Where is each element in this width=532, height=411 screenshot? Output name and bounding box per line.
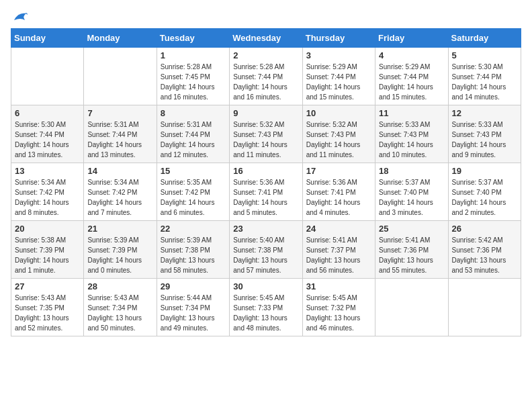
day-detail: Sunrise: 5:30 AMSunset: 7:44 PMDaylight:… — [15, 120, 80, 160]
calendar-cell: 5Sunrise: 5:30 AMSunset: 7:44 PMDaylight… — [448, 48, 521, 105]
day-number: 2 — [233, 50, 298, 60]
calendar-cell: 25Sunrise: 5:41 AMSunset: 7:36 PMDayligh… — [375, 221, 448, 279]
calendar-cell: 17Sunrise: 5:36 AMSunset: 7:41 PMDayligh… — [302, 163, 375, 221]
day-detail: Sunrise: 5:41 AMSunset: 7:36 PMDaylight:… — [379, 235, 444, 275]
calendar-week-row: 1Sunrise: 5:28 AMSunset: 7:45 PMDaylight… — [11, 48, 521, 105]
day-detail: Sunrise: 5:33 AMSunset: 7:43 PMDaylight:… — [452, 120, 517, 160]
day-detail: Sunrise: 5:29 AMSunset: 7:44 PMDaylight:… — [306, 62, 371, 102]
day-number: 21 — [87, 224, 152, 234]
calendar-cell: 1Sunrise: 5:28 AMSunset: 7:45 PMDaylight… — [157, 48, 229, 105]
day-detail: Sunrise: 5:29 AMSunset: 7:44 PMDaylight:… — [379, 62, 444, 102]
calendar-week-row: 6Sunrise: 5:30 AMSunset: 7:44 PMDaylight… — [11, 105, 521, 163]
day-detail: Sunrise: 5:36 AMSunset: 7:41 PMDaylight:… — [306, 177, 371, 218]
calendar-cell: 24Sunrise: 5:41 AMSunset: 7:37 PMDayligh… — [302, 221, 375, 279]
calendar-cell: 18Sunrise: 5:37 AMSunset: 7:40 PMDayligh… — [375, 163, 448, 221]
day-number: 27 — [15, 281, 80, 291]
day-detail: Sunrise: 5:39 AMSunset: 7:38 PMDaylight:… — [161, 235, 226, 275]
day-detail: Sunrise: 5:37 AMSunset: 7:40 PMDaylight:… — [379, 177, 444, 218]
page-header — [11, 11, 521, 20]
calendar-cell: 28Sunrise: 5:43 AMSunset: 7:34 PMDayligh… — [84, 279, 157, 336]
day-number: 1 — [161, 50, 226, 60]
day-number: 6 — [15, 108, 80, 118]
day-detail: Sunrise: 5:32 AMSunset: 7:43 PMDaylight:… — [306, 120, 371, 160]
calendar-cell: 9Sunrise: 5:32 AMSunset: 7:43 PMDaylight… — [230, 105, 302, 163]
day-detail: Sunrise: 5:38 AMSunset: 7:39 PMDaylight:… — [15, 235, 80, 275]
day-detail: Sunrise: 5:32 AMSunset: 7:43 PMDaylight:… — [233, 120, 298, 160]
day-detail: Sunrise: 5:45 AMSunset: 7:33 PMDaylight:… — [233, 293, 298, 333]
day-number: 8 — [161, 108, 226, 118]
calendar-cell: 29Sunrise: 5:44 AMSunset: 7:34 PMDayligh… — [157, 279, 229, 336]
day-detail: Sunrise: 5:30 AMSunset: 7:44 PMDaylight:… — [452, 62, 517, 102]
calendar-cell: 20Sunrise: 5:38 AMSunset: 7:39 PMDayligh… — [11, 221, 84, 279]
day-detail: Sunrise: 5:36 AMSunset: 7:41 PMDaylight:… — [233, 177, 298, 218]
calendar-cell — [11, 48, 84, 105]
day-number: 3 — [306, 50, 371, 60]
day-number: 17 — [306, 166, 371, 176]
day-detail: Sunrise: 5:37 AMSunset: 7:40 PMDaylight:… — [452, 177, 517, 218]
day-detail: Sunrise: 5:41 AMSunset: 7:37 PMDaylight:… — [306, 235, 371, 275]
day-number: 11 — [379, 108, 444, 118]
calendar-cell: 13Sunrise: 5:34 AMSunset: 7:42 PMDayligh… — [11, 163, 84, 221]
day-number: 30 — [233, 281, 298, 291]
day-number: 10 — [306, 108, 371, 118]
calendar-cell: 15Sunrise: 5:35 AMSunset: 7:42 PMDayligh… — [157, 163, 229, 221]
calendar-cell: 2Sunrise: 5:28 AMSunset: 7:44 PMDaylight… — [230, 48, 302, 105]
day-detail: Sunrise: 5:31 AMSunset: 7:44 PMDaylight:… — [161, 120, 226, 160]
day-number: 23 — [233, 224, 298, 234]
day-detail: Sunrise: 5:33 AMSunset: 7:43 PMDaylight:… — [379, 120, 444, 160]
calendar-day-header: Monday — [84, 29, 157, 48]
calendar-week-row: 20Sunrise: 5:38 AMSunset: 7:39 PMDayligh… — [11, 221, 521, 279]
calendar-cell: 14Sunrise: 5:34 AMSunset: 7:42 PMDayligh… — [84, 163, 157, 221]
calendar-cell — [84, 48, 157, 105]
day-number: 14 — [87, 166, 152, 176]
day-number: 4 — [379, 50, 444, 60]
calendar-cell: 7Sunrise: 5:31 AMSunset: 7:44 PMDaylight… — [84, 105, 157, 163]
calendar-cell: 3Sunrise: 5:29 AMSunset: 7:44 PMDaylight… — [302, 48, 375, 105]
day-number: 15 — [161, 166, 226, 176]
day-detail: Sunrise: 5:31 AMSunset: 7:44 PMDaylight:… — [87, 120, 152, 160]
calendar-cell: 12Sunrise: 5:33 AMSunset: 7:43 PMDayligh… — [448, 105, 521, 163]
day-number: 19 — [452, 166, 517, 176]
day-detail: Sunrise: 5:44 AMSunset: 7:34 PMDaylight:… — [161, 293, 226, 333]
calendar-cell: 16Sunrise: 5:36 AMSunset: 7:41 PMDayligh… — [230, 163, 302, 221]
day-detail: Sunrise: 5:28 AMSunset: 7:44 PMDaylight:… — [233, 62, 298, 102]
day-number: 5 — [452, 50, 517, 60]
calendar-day-header: Saturday — [448, 29, 521, 48]
calendar-table: SundayMondayTuesdayWednesdayThursdayFrid… — [11, 28, 521, 336]
day-detail: Sunrise: 5:45 AMSunset: 7:32 PMDaylight:… — [306, 293, 371, 333]
day-number: 26 — [452, 224, 517, 234]
day-number: 28 — [87, 281, 152, 291]
day-number: 29 — [161, 281, 226, 291]
day-number: 25 — [379, 224, 444, 234]
calendar-cell: 10Sunrise: 5:32 AMSunset: 7:43 PMDayligh… — [302, 105, 375, 163]
day-detail: Sunrise: 5:43 AMSunset: 7:34 PMDaylight:… — [87, 293, 152, 333]
day-number: 9 — [233, 108, 298, 118]
day-number: 18 — [379, 166, 444, 176]
day-number: 16 — [233, 166, 298, 176]
calendar-day-header: Thursday — [302, 29, 375, 48]
calendar-week-row: 13Sunrise: 5:34 AMSunset: 7:42 PMDayligh… — [11, 163, 521, 221]
day-detail: Sunrise: 5:42 AMSunset: 7:36 PMDaylight:… — [452, 235, 517, 275]
calendar-cell: 21Sunrise: 5:39 AMSunset: 7:39 PMDayligh… — [84, 221, 157, 279]
calendar-cell: 11Sunrise: 5:33 AMSunset: 7:43 PMDayligh… — [375, 105, 448, 163]
calendar-cell: 26Sunrise: 5:42 AMSunset: 7:36 PMDayligh… — [448, 221, 521, 279]
day-detail: Sunrise: 5:34 AMSunset: 7:42 PMDaylight:… — [87, 177, 152, 218]
day-number: 22 — [161, 224, 226, 234]
calendar-cell: 23Sunrise: 5:40 AMSunset: 7:38 PMDayligh… — [230, 221, 302, 279]
day-detail: Sunrise: 5:39 AMSunset: 7:39 PMDaylight:… — [87, 235, 152, 275]
day-number: 24 — [306, 224, 371, 234]
calendar-cell: 30Sunrise: 5:45 AMSunset: 7:33 PMDayligh… — [230, 279, 302, 336]
calendar-day-header: Friday — [375, 29, 448, 48]
day-detail: Sunrise: 5:43 AMSunset: 7:35 PMDaylight:… — [15, 293, 80, 333]
logo — [11, 11, 28, 20]
day-detail: Sunrise: 5:28 AMSunset: 7:45 PMDaylight:… — [161, 62, 226, 102]
day-number: 20 — [15, 224, 80, 234]
calendar-cell: 8Sunrise: 5:31 AMSunset: 7:44 PMDaylight… — [157, 105, 229, 163]
day-detail: Sunrise: 5:35 AMSunset: 7:42 PMDaylight:… — [161, 177, 226, 218]
calendar-day-header: Sunday — [11, 29, 84, 48]
day-number: 7 — [87, 108, 152, 118]
day-number: 13 — [15, 166, 80, 176]
logo-bird-icon — [13, 11, 28, 23]
calendar-week-row: 27Sunrise: 5:43 AMSunset: 7:35 PMDayligh… — [11, 279, 521, 336]
calendar-cell: 6Sunrise: 5:30 AMSunset: 7:44 PMDaylight… — [11, 105, 84, 163]
